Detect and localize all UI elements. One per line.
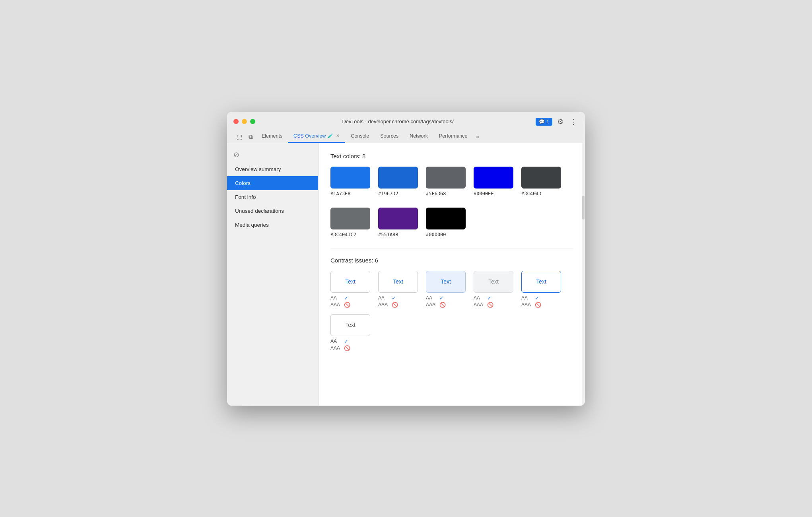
sidebar-item-overview-summary[interactable]: Overview summary [227, 162, 318, 176]
minimize-button[interactable] [242, 119, 247, 124]
contrast-box-6[interactable]: Text [330, 314, 370, 336]
aa-pass-icon-1: ✓ [344, 295, 348, 301]
color-swatch-0000ee[interactable] [474, 167, 513, 189]
aa-pass-icon-3: ✓ [439, 295, 444, 301]
tab-sources-label: Sources [380, 133, 398, 139]
contrast-item-1: Text AA ✓ AAA 🚫 [330, 271, 370, 308]
badge-count: 1 [546, 119, 549, 124]
sidebar-item-unused-declarations-label: Unused declarations [235, 208, 284, 214]
scrollbar-track [582, 143, 585, 406]
aa-pass-icon-6: ✓ [344, 338, 348, 344]
aa-label-5: AA [521, 295, 532, 301]
sidebar: ⊘ Overview summary Colors Font info Unus… [227, 143, 319, 406]
tab-console[interactable]: Console [345, 130, 375, 143]
rating-aa-4: AA ✓ [474, 295, 513, 301]
window-title: DevTools - developer.chrome.com/tags/dev… [260, 119, 536, 124]
color-swatch-1a73e8[interactable] [330, 167, 370, 189]
contrast-box-5[interactable]: Text [521, 271, 561, 293]
aaa-label-3: AAA [426, 302, 437, 307]
cursor-tool-button[interactable]: ⬚ [233, 131, 245, 143]
aaa-label-6: AAA [330, 345, 342, 351]
aa-label-1: AA [330, 295, 342, 301]
sidebar-item-font-info-label: Font info [235, 194, 256, 200]
rating-aa-2: AA ✓ [378, 295, 418, 301]
sidebar-item-colors-label: Colors [235, 180, 251, 186]
contrast-ratings-3: AA ✓ AAA 🚫 [426, 295, 466, 308]
sidebar-item-media-queries-label: Media queries [235, 222, 269, 228]
color-swatch-1967d2[interactable] [378, 167, 418, 189]
sidebar-item-font-info[interactable]: Font info [227, 190, 318, 204]
contrast-item-3: Text AA ✓ AAA 🚫 [426, 271, 466, 308]
aa-label-3: AA [426, 295, 437, 301]
tab-sources[interactable]: Sources [375, 130, 404, 143]
color-hex-1a73e8: #1A73E8 [330, 191, 351, 196]
contrast-box-1[interactable]: Text [330, 271, 370, 293]
color-swatches-grid-row2: #3C4043C2 #551A8B #000000 [330, 208, 573, 237]
aa-pass-icon-5: ✓ [535, 295, 539, 301]
contrast-items-row2: Text AA ✓ AAA 🚫 [330, 314, 573, 351]
settings-button[interactable]: ⚙ [556, 117, 565, 127]
contrast-ratings-5: AA ✓ AAA 🚫 [521, 295, 561, 308]
aaa-fail-icon-4: 🚫 [487, 302, 493, 308]
contrast-item-6: Text AA ✓ AAA 🚫 [330, 314, 370, 351]
scrollbar-thumb[interactable] [582, 196, 585, 220]
aaa-label-5: AAA [521, 302, 532, 307]
sidebar-item-overview-summary-label: Overview summary [235, 166, 281, 172]
tab-elements-label: Elements [262, 133, 282, 139]
aaa-label-4: AAA [474, 302, 485, 307]
flask-icon: 🧪 [328, 133, 333, 138]
color-hex-551a8b: #551A8B [378, 232, 398, 237]
color-hex-000000: #000000 [426, 232, 446, 237]
title-bar: DevTools - developer.chrome.com/tags/dev… [227, 112, 585, 143]
section-divider [330, 249, 573, 249]
sidebar-item-colors[interactable]: Colors [227, 176, 318, 190]
rating-aaa-1: AAA 🚫 [330, 302, 370, 308]
contrast-issues-title: Contrast issues: 6 [330, 257, 573, 264]
contrast-box-4[interactable]: Text [474, 271, 513, 293]
feedback-button[interactable]: 💬 1 [536, 118, 552, 126]
contrast-box-3[interactable]: Text [426, 271, 466, 293]
contrast-ratings-1: AA ✓ AAA 🚫 [330, 295, 370, 308]
color-item-1: #1A73E8 [330, 167, 370, 196]
contrast-item-5: Text AA ✓ AAA 🚫 [521, 271, 561, 308]
color-swatch-551a8b[interactable] [378, 208, 418, 229]
sidebar-item-unused-declarations[interactable]: Unused declarations [227, 204, 318, 218]
rating-aaa-6: AAA 🚫 [330, 345, 370, 351]
contrast-box-2[interactable]: Text [378, 271, 418, 293]
color-swatch-3c4043[interactable] [521, 167, 561, 189]
contrast-text-3: Text [441, 278, 451, 285]
tab-css-overview[interactable]: CSS Overview 🧪 ✕ [288, 130, 345, 143]
color-swatch-000000[interactable] [426, 208, 466, 229]
close-button[interactable] [233, 119, 239, 124]
contrast-ratings-6: AA ✓ AAA 🚫 [330, 338, 370, 351]
contrast-ratings-4: AA ✓ AAA 🚫 [474, 295, 513, 308]
contrast-text-6: Text [345, 322, 355, 328]
color-hex-3c4043c2: #3C4043C2 [330, 232, 356, 237]
window-controls [233, 119, 255, 124]
color-item-2: #1967D2 [378, 167, 418, 196]
aaa-label-1: AAA [330, 302, 342, 307]
tab-network[interactable]: Network [404, 130, 433, 143]
text-colors-title: Text colors: 8 [330, 153, 573, 159]
color-swatch-5f6368[interactable] [426, 167, 466, 189]
more-button[interactable]: ⋮ [568, 117, 579, 127]
rating-aa-6: AA ✓ [330, 338, 370, 344]
sidebar-item-media-queries[interactable]: Media queries [227, 218, 318, 232]
color-swatches-grid: #1A73E8 #1967D2 #5F6368 #0000EE #3C4043 [330, 167, 573, 196]
contrast-item-2: Text AA ✓ AAA 🚫 [378, 271, 418, 308]
tab-elements[interactable]: Elements [256, 130, 288, 143]
rating-aaa-2: AAA 🚫 [378, 302, 418, 308]
aa-label-2: AA [378, 295, 389, 301]
sidebar-no-entry-icon: ⊘ [227, 147, 318, 162]
tab-close-icon[interactable]: ✕ [336, 133, 340, 138]
inspect-button[interactable]: ⧉ [245, 131, 256, 143]
color-item-8: #000000 [426, 208, 466, 237]
color-swatch-3c4043c2[interactable] [330, 208, 370, 229]
maximize-button[interactable] [250, 119, 255, 124]
tabs-row: ⬚ ⧉ Elements CSS Overview 🧪 ✕ Console So… [233, 130, 579, 143]
contrast-item-4: Text AA ✓ AAA 🚫 [474, 271, 513, 308]
tab-performance[interactable]: Performance [433, 130, 473, 143]
more-tabs-button[interactable]: » [473, 130, 482, 143]
aaa-fail-icon-1: 🚫 [344, 302, 350, 308]
toolbar-right: 💬 1 ⚙ ⋮ [536, 117, 579, 127]
